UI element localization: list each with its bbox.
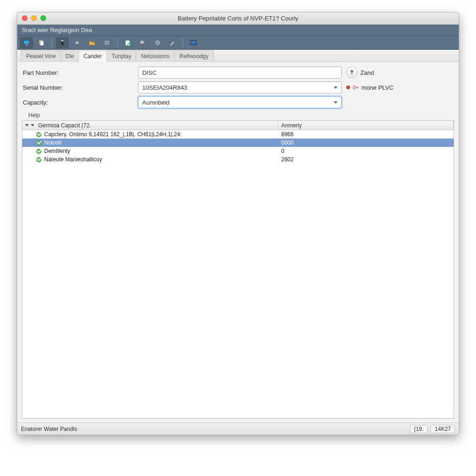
- close-icon[interactable]: [22, 15, 27, 21]
- up-arrow-icon: [349, 69, 355, 76]
- refresh-icon: [124, 39, 132, 46]
- toolbar-separator: [117, 38, 118, 47]
- tab-label: Peasel Vine: [26, 53, 56, 60]
- tab-neloissions[interactable]: Neloissions: [136, 50, 174, 61]
- table-body: Capctery. Ontimo 9,14921 162_|,1B|. CH61…: [22, 130, 454, 418]
- table-row[interactable]: Nstonh 0000: [22, 139, 454, 147]
- status-box-1: (19.: [410, 425, 428, 433]
- table-row[interactable]: Capctery. Ontimo 9,14921 162_|,1B|. CH61…: [22, 130, 454, 139]
- column-label: Germioa Capacit (72.: [36, 122, 91, 129]
- icon-toolbar: [17, 36, 459, 50]
- zoom-icon[interactable]: [40, 15, 46, 21]
- tab-label: Tunplay: [112, 53, 131, 60]
- toolbar-refresh-button[interactable]: [121, 37, 134, 48]
- tab-tunplay[interactable]: Tunplay: [106, 50, 136, 61]
- tab-relfwoodgy[interactable]: Relfwoodgy: [174, 50, 214, 61]
- app-window: Battery Pepritable Corts of NVP-ET1? Cou…: [17, 12, 459, 435]
- edit-icon: [169, 39, 176, 46]
- usb-icon: [59, 39, 66, 46]
- capacity-table: Germioa Capacit (72. Anmerly Capctery. O…: [22, 120, 454, 419]
- toolbar-list-button[interactable]: [100, 37, 113, 48]
- toolbar-chip-button[interactable]: [71, 37, 84, 48]
- subheader-bar: Sracl wier Reglargion Dea: [17, 25, 459, 36]
- svg-rect-0: [24, 40, 29, 44]
- cell-name: Demlllerity: [44, 148, 70, 154]
- toolbar-usb-button[interactable]: [56, 37, 69, 48]
- status-right: (19. 14K27: [410, 425, 455, 433]
- column-header-value[interactable]: Anmerly: [278, 121, 454, 130]
- cell-value: 0: [281, 148, 284, 154]
- svg-point-17: [157, 42, 159, 43]
- cell-value: 8966: [281, 131, 294, 138]
- toolbar-edit-button[interactable]: [166, 37, 179, 48]
- folder-icon: [88, 39, 96, 46]
- tab-label: Cander: [84, 53, 102, 60]
- row-serial-number: Serial Number: 10SEIA204R843 0+ mone PLV…: [22, 81, 454, 93]
- status-left: Enatorer Water Pandls: [21, 426, 77, 432]
- zand-button[interactable]: [346, 67, 357, 78]
- mone-prefix: 0+: [353, 85, 359, 90]
- title-bar: Battery Pepritable Corts of NVP-ET1? Cou…: [17, 13, 459, 25]
- column-label: Anmerly: [281, 122, 302, 129]
- check-icon: [36, 140, 41, 145]
- svg-rect-5: [61, 41, 64, 45]
- tab-dle[interactable]: Dle: [60, 50, 79, 61]
- status-bar: Enatorer Water Pandls (19. 14K27: [17, 423, 459, 435]
- tab-peasel-vine[interactable]: Peasel Vine: [21, 50, 61, 61]
- toolbar-monitor-button[interactable]: [20, 37, 33, 48]
- part-number-input[interactable]: [138, 66, 342, 79]
- minimize-icon[interactable]: [31, 15, 37, 21]
- window-controls: [22, 15, 46, 21]
- window-title: Battery Pepritable Corts of NVP-ET1? Cou…: [17, 15, 459, 22]
- toolbar-screen-button[interactable]: [187, 37, 200, 48]
- capacity-select[interactable]: Aumnbeld: [138, 96, 342, 108]
- chevron-down-icon: [334, 101, 337, 104]
- main-panel: Part Number: Zand Serial Number: 10SEIA2…: [17, 62, 459, 423]
- help-label: Help: [22, 111, 454, 119]
- svg-rect-4: [61, 40, 63, 41]
- check-icon: [36, 132, 41, 137]
- part-number-label: Part Number:: [22, 69, 138, 76]
- row-part-number: Part Number: Zand: [22, 66, 454, 79]
- serial-number-label: Serial Number:: [22, 84, 138, 91]
- svg-rect-8: [105, 42, 109, 43]
- toolbar-search-db-button[interactable]: [136, 37, 149, 48]
- tabs: Peasel Vine Dle Cander Tunplay Neloissio…: [17, 50, 459, 62]
- table-row[interactable]: Demlllerity 0: [22, 147, 454, 155]
- svg-rect-7: [105, 41, 109, 42]
- list-icon: [103, 39, 111, 46]
- cell-name: Capctery. Ontimo 9,14921 162_|,1B|. CH61…: [44, 131, 182, 138]
- cell-value: 2602: [281, 156, 294, 163]
- zand-label: Zand: [360, 69, 374, 76]
- chevron-down-icon: [31, 124, 34, 126]
- gear-icon: [154, 39, 161, 46]
- table-header: Germioa Capacit (72. Anmerly: [22, 121, 454, 130]
- toolbar-gear-button[interactable]: [151, 37, 164, 48]
- toolbar-folder-button[interactable]: [86, 37, 99, 48]
- svg-rect-9: [105, 44, 109, 45]
- svg-rect-18: [191, 40, 196, 45]
- monitor-icon: [23, 39, 30, 46]
- toolbar-separator: [52, 38, 52, 47]
- chevron-down-icon: [334, 86, 337, 89]
- tab-label: Relfwoodgy: [179, 53, 209, 60]
- cell-name: Nateute Manieohallicoy: [44, 156, 102, 163]
- tab-cander[interactable]: Cander: [79, 51, 107, 62]
- table-row[interactable]: Nateute Manieohallicoy 2602: [22, 155, 454, 164]
- chip-icon: [73, 39, 81, 46]
- error-dot-icon: [346, 86, 350, 89]
- screen-icon: [190, 39, 197, 46]
- toolbar-separator: [183, 38, 183, 47]
- serial-number-select[interactable]: 10SEIA204R843: [138, 81, 342, 93]
- capacity-label: Capacity:: [22, 99, 138, 106]
- cell-value: 0000: [281, 139, 294, 146]
- column-header-name[interactable]: Germioa Capacit (72.: [22, 121, 278, 130]
- svg-rect-6: [75, 41, 79, 44]
- serial-number-value: 10SEIA204R843: [142, 84, 187, 91]
- toolbar-copy-button[interactable]: [35, 37, 48, 48]
- search-db-icon: [139, 39, 146, 46]
- row-capacity: Capacity: Aumnbeld: [22, 96, 454, 108]
- cell-name: Nstonh: [44, 139, 62, 146]
- check-icon: [36, 157, 41, 162]
- svg-rect-1: [25, 45, 28, 46]
